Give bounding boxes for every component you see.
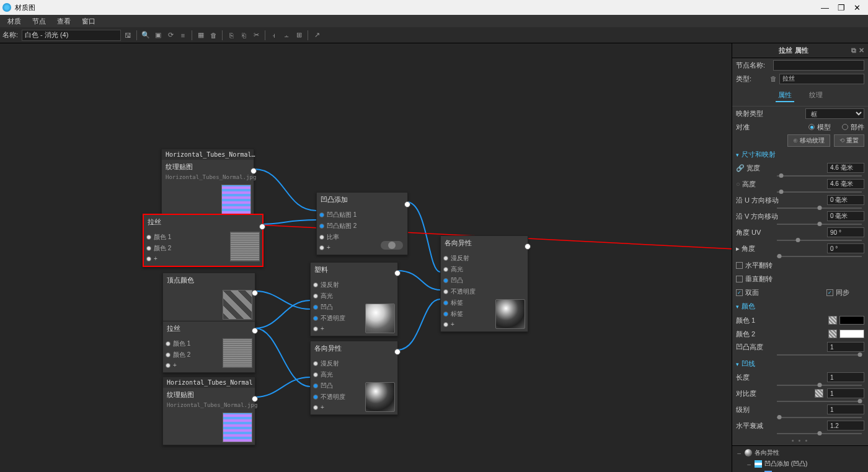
port-add[interactable]: + [166, 362, 220, 369]
port-diffuse[interactable]: 漫反射 [313, 359, 363, 368]
moveu-input[interactable] [827, 195, 864, 205]
section-color[interactable]: 颜色 [732, 299, 868, 313]
section-size[interactable]: 尺寸和映射 [732, 147, 868, 162]
node-brush-2[interactable]: 拉丝 颜色 1 颜色 2 + [162, 321, 255, 373]
close-icon[interactable]: ✕ [854, 3, 861, 12]
menu-node[interactable]: 节点 [27, 15, 51, 27]
node-canvas[interactable]: Horizontal_Tubes_Normal… 纹理贴图 Horizontal… [0, 43, 732, 472]
port-diffuse[interactable]: 漫反射 [443, 254, 493, 263]
port-specular[interactable]: 高光 [313, 370, 363, 379]
node-name-input[interactable] [773, 60, 864, 71]
contrast-slider[interactable] [777, 401, 862, 402]
output-port[interactable] [394, 270, 401, 276]
port-add[interactable]: + [146, 255, 228, 262]
texture-swatch-icon[interactable] [815, 389, 823, 398]
port-bump[interactable]: 凹凸 [313, 382, 363, 390]
level-input[interactable] [827, 404, 864, 414]
delete-icon[interactable]: 🗑 [770, 75, 777, 82]
save-icon[interactable]: 🖫 [122, 30, 133, 41]
node-aniso-main[interactable]: 各向异性 漫反射 高光 凹凸 不透明度 标签 标签 + [440, 235, 528, 332]
port-label[interactable]: 标签 [443, 310, 493, 318]
port-add[interactable]: + [313, 325, 363, 332]
tab-properties[interactable]: 属性 [776, 89, 794, 102]
paste-icon[interactable]: ⎗ [238, 30, 249, 41]
refresh-icon[interactable]: ⟳ [165, 30, 176, 41]
port-color1[interactable]: 颜色 1 [166, 339, 220, 348]
node-aniso-2[interactable]: 各向异性 漫反射 高光 凹凸 不透明度 + [310, 341, 398, 415]
color2-swatch[interactable] [839, 330, 864, 338]
copy-icon[interactable]: ⎘ [226, 30, 237, 41]
sync-checkbox[interactable]: ✓ [826, 289, 833, 296]
port-bump1[interactable]: 凹凸贴图 1 [319, 211, 376, 219]
color1-swatch[interactable] [839, 316, 864, 325]
output-port[interactable] [252, 396, 258, 402]
unlink-icon[interactable]: ○ [736, 180, 740, 188]
angleuv-slider[interactable] [777, 240, 862, 241]
angle-input[interactable] [827, 243, 864, 253]
output-port[interactable] [404, 201, 410, 208]
movev-slider[interactable] [777, 224, 862, 225]
reset-button[interactable]: ⟲ 重置 [834, 134, 864, 147]
width-input[interactable] [827, 163, 864, 173]
port-bump[interactable]: 凹凸 [443, 276, 493, 285]
delete-icon[interactable]: 🗑 [208, 30, 219, 41]
contrast-input[interactable] [827, 388, 864, 398]
port-specular[interactable]: 高光 [443, 265, 493, 274]
maximize-icon[interactable]: ❐ [838, 3, 845, 12]
texture-swatch-icon[interactable] [828, 316, 837, 325]
node-plastic[interactable]: 塑料 漫反射 高光 凹凸 不透明度 + [310, 262, 398, 336]
angleuv-input[interactable] [827, 227, 864, 237]
output-port[interactable] [394, 349, 401, 355]
output-port[interactable] [252, 328, 258, 334]
moveu-slider[interactable] [777, 208, 862, 209]
menu-material[interactable]: 材质 [2, 15, 26, 27]
node-vertex-color[interactable]: 顶点颜色 [162, 273, 255, 323]
height-input[interactable] [827, 179, 864, 189]
tree-item[interactable]: –凹凸添加 (凹凸) [732, 458, 868, 470]
dock-icon[interactable]: ⧉ [851, 46, 856, 55]
node-texture-1[interactable]: Horizontal_Tubes_Normal… 纹理贴图 Horizontal… [161, 149, 254, 217]
port-opacity[interactable]: 不透明度 [313, 393, 363, 401]
bumpheight-slider[interactable] [777, 354, 862, 356]
port-add[interactable]: + [443, 321, 493, 328]
port-color1[interactable]: 颜色 1 [146, 233, 228, 242]
type-input[interactable] [779, 74, 864, 84]
falloff-input[interactable] [827, 421, 864, 430]
node-bump-add[interactable]: 凹凸添加 凹凸贴图 1 凹凸贴图 2 比率 + [316, 192, 408, 255]
port-add[interactable]: + [319, 244, 376, 251]
doublesided-checkbox[interactable]: ✓ [736, 289, 743, 296]
link-icon[interactable]: 🔗 [736, 164, 745, 172]
length-slider[interactable] [777, 385, 862, 386]
radio-part[interactable]: 部件 [842, 123, 864, 132]
port-add[interactable]: + [313, 404, 363, 411]
node-brush-selected[interactable]: 拉丝 颜色 1 颜色 2 + [143, 214, 264, 267]
cut-icon[interactable]: ✂ [250, 30, 262, 41]
port-bump2[interactable]: 凹凸贴图 2 [319, 222, 376, 230]
angle-slider[interactable] [777, 256, 862, 257]
movev-input[interactable] [827, 211, 864, 221]
close-panel-icon[interactable]: ✕ [859, 46, 864, 55]
bumpheight-input[interactable] [827, 342, 864, 352]
output-port[interactable] [259, 224, 265, 230]
level-slider[interactable] [777, 417, 862, 418]
width-slider[interactable] [777, 175, 862, 177]
arrange-icon[interactable]: ⫠ [281, 30, 292, 41]
search-icon[interactable]: 🔍 [140, 30, 151, 41]
port-ratio[interactable]: 比率 [319, 233, 376, 242]
tab-texture[interactable]: 纹理 [807, 89, 825, 102]
material-name-input[interactable] [22, 30, 121, 41]
minimize-icon[interactable]: — [821, 3, 829, 12]
fliph-checkbox[interactable] [736, 262, 743, 269]
port-color2[interactable]: 颜色 2 [166, 351, 220, 359]
texture-swatch-icon[interactable] [828, 330, 837, 338]
port-opacity[interactable]: 不透明度 [443, 287, 493, 296]
port-bump[interactable]: 凹凸 [313, 303, 363, 312]
mapping-type-select[interactable]: 框 [805, 108, 864, 119]
menu-window[interactable]: 窗口 [77, 15, 100, 27]
flipv-checkbox[interactable] [736, 276, 743, 282]
port-color2[interactable]: 颜色 2 [146, 244, 228, 253]
output-port[interactable] [525, 243, 531, 250]
layout-icon[interactable]: ⊞ [293, 30, 304, 41]
tree-item[interactable]: –各向异性 [732, 447, 868, 458]
add-icon[interactable]: ▦ [195, 30, 206, 41]
